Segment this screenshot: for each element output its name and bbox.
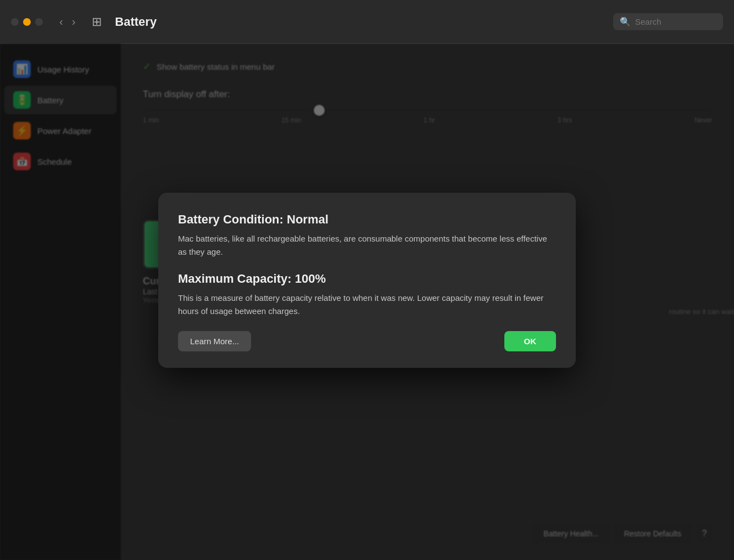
search-icon: 🔍 — [620, 16, 631, 27]
usage-history-icon: 📊 — [13, 60, 31, 78]
show-battery-status-row: ✓ Show battery status in menu bar — [143, 60, 712, 72]
slider-label-3hrs: 3 hrs — [557, 116, 572, 124]
sidebar-item-schedule[interactable]: 📅 Schedule — [4, 147, 116, 176]
modal-buttons: Learn More... OK — [178, 331, 556, 351]
close-button[interactable] — [11, 18, 19, 26]
sidebar-item-power-adapter[interactable]: ⚡ Power Adapter — [4, 116, 116, 145]
learn-more-button[interactable]: Learn More... — [178, 331, 251, 351]
minimize-button[interactable] — [23, 18, 31, 26]
bottom-buttons: Battery Health... Restore Defaults ? — [533, 524, 712, 544]
help-button[interactable]: ? — [697, 526, 712, 541]
battery-icon: 🔋 — [13, 91, 31, 109]
battery-health-button[interactable]: Battery Health... — [533, 524, 608, 544]
capacity-title: Maximum Capacity: 100% — [178, 272, 556, 286]
maximize-button[interactable] — [35, 18, 43, 26]
sidebar-item-usage-history[interactable]: 📊 Usage History — [4, 55, 116, 83]
window-controls — [11, 18, 43, 26]
back-button[interactable]: ‹ — [56, 13, 66, 30]
restore-defaults-button[interactable]: Restore Defaults — [614, 524, 691, 544]
sidebar-item-label: Usage History — [37, 65, 89, 74]
titlebar: ‹ › ⊞ Battery 🔍 — [0, 0, 734, 44]
slider-label-1min: 1 min — [143, 116, 159, 124]
grid-icon: ⊞ — [92, 15, 102, 29]
slider-labels: 1 min 15 min 1 hr 3 hrs Never — [143, 116, 712, 124]
slider-label-15min: 15 min — [281, 116, 301, 124]
page-title: Battery — [115, 15, 604, 29]
condition-title: Battery Condition: Normal — [178, 212, 556, 227]
battery-condition-modal: Battery Condition: Normal Mac batteries,… — [158, 193, 576, 368]
search-input[interactable] — [635, 17, 712, 26]
slider-label-1hr: 1 hr — [424, 116, 435, 124]
forward-button[interactable]: › — [69, 13, 79, 30]
power-adapter-icon: ⚡ — [13, 122, 31, 139]
turn-display-off-label: Turn display off after: — [143, 89, 712, 100]
slider-track[interactable] — [143, 109, 712, 112]
search-bar[interactable]: 🔍 — [613, 13, 723, 30]
capacity-body: This is a measure of battery capacity re… — [178, 292, 556, 318]
slider-label-never: Never — [694, 116, 712, 124]
sidebar-item-label: Battery — [37, 96, 64, 105]
sidebar-item-battery[interactable]: 🔋 Battery — [4, 86, 116, 114]
nav-arrows: ‹ › — [56, 13, 79, 30]
schedule-icon: 📅 — [13, 153, 31, 170]
checkmark-icon: ✓ — [143, 60, 151, 72]
sidebar: 📊 Usage History 🔋 Battery ⚡ Power Adapte… — [0, 44, 121, 560]
sidebar-item-label: Schedule — [37, 157, 72, 166]
slider-thumb[interactable] — [314, 105, 325, 116]
ok-button[interactable]: OK — [504, 331, 557, 351]
condition-body: Mac batteries, like all rechargeable bat… — [178, 232, 556, 259]
show-battery-status-label: Show battery status in menu bar — [157, 62, 275, 71]
routine-text: routine so it can wait — [669, 307, 734, 316]
sidebar-item-label: Power Adapter — [37, 126, 91, 136]
